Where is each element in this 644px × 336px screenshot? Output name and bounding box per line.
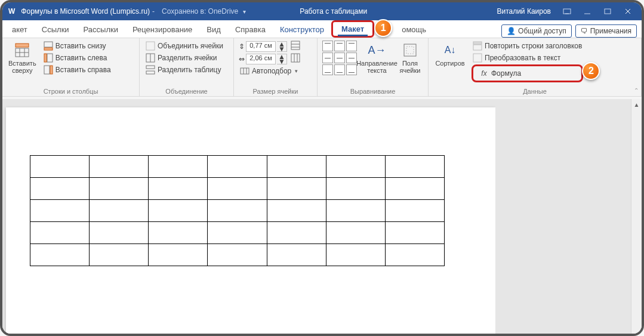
table-cell[interactable] [326, 244, 385, 266]
table-cell[interactable] [90, 222, 149, 244]
text-direction-button[interactable]: A→ Направление текста [362, 41, 392, 75]
cell-margins-icon [402, 42, 418, 58]
split-cells-button[interactable]: Разделить ячейки [144, 53, 224, 63]
table-cell[interactable] [90, 200, 149, 222]
tab-review[interactable]: Рецензирование [125, 21, 199, 38]
table-row[interactable] [30, 178, 445, 200]
height-icon: ⇕ [239, 42, 245, 51]
scroll-up-icon[interactable]: ▲ [634, 101, 640, 108]
tab-mailings[interactable]: Рассылки [76, 21, 125, 38]
align-mid-left[interactable] [322, 53, 333, 63]
save-menu-caret[interactable]: ▾ [243, 8, 246, 15]
row-height-control[interactable]: ⇕ 0,77 см ▲▼ [239, 41, 300, 52]
align-top-right[interactable] [346, 41, 357, 51]
align-mid-center[interactable] [334, 53, 345, 63]
table-cell[interactable] [267, 178, 326, 200]
table-row[interactable] [30, 244, 445, 266]
insert-left-button[interactable]: Вставить слева [42, 53, 112, 63]
col-width-control[interactable]: ⇔ 2,06 см ▲▼ [239, 53, 300, 64]
table-cell[interactable] [326, 178, 385, 200]
group-merge-label: Объединение [144, 87, 229, 95]
user-name[interactable]: Виталий Каиров [497, 7, 551, 16]
width-spinner[interactable]: ▲▼ [277, 54, 287, 64]
tab-links[interactable]: Ссылки [35, 21, 76, 38]
row-height-input[interactable]: 0,77 см [246, 41, 276, 52]
table-cell[interactable] [30, 178, 90, 200]
merge-cells-button[interactable]: Объединить ячейки [144, 41, 224, 51]
table-cell[interactable] [267, 200, 326, 222]
table-cell[interactable] [149, 222, 208, 244]
align-top-center[interactable] [334, 41, 345, 51]
align-mid-right[interactable] [346, 53, 357, 63]
distribute-rows-icon[interactable] [291, 41, 300, 52]
insert-right-button[interactable]: Вставить справа [42, 64, 112, 75]
content-table[interactable] [30, 155, 445, 266]
table-cell[interactable] [208, 244, 267, 266]
saved-location[interactable]: Сохранено в: OneDrive [162, 7, 238, 16]
table-cell[interactable] [385, 222, 444, 244]
align-bot-left[interactable] [322, 64, 333, 75]
formula-button[interactable]: fx Формула [472, 64, 583, 82]
table-cell[interactable] [326, 222, 385, 244]
vertical-scrollbar[interactable]: ▲ [631, 99, 642, 334]
close-icon[interactable] [618, 2, 638, 20]
table-cell[interactable] [208, 222, 267, 244]
table-cell[interactable] [208, 156, 267, 178]
maximize-icon[interactable] [597, 2, 618, 20]
cell-margins-button[interactable]: Поля ячейки [397, 41, 423, 75]
align-bot-right[interactable] [346, 64, 357, 75]
table-cell[interactable] [208, 200, 267, 222]
svg-rect-10 [16, 44, 29, 47]
tab-maket-partial[interactable]: акет [5, 21, 35, 38]
split-table-button[interactable]: Разделить таблицу [144, 64, 224, 75]
tab-help-search-partial[interactable]: омощь [395, 21, 433, 38]
table-cell[interactable] [385, 200, 444, 222]
ribbon-options-icon[interactable] [557, 2, 577, 20]
autofit-icon [240, 66, 249, 76]
table-cell[interactable] [149, 244, 208, 266]
table-cell[interactable] [30, 156, 90, 178]
table-cell[interactable] [267, 156, 326, 178]
insert-above-label: Вставить сверху [8, 60, 36, 74]
table-cell[interactable] [267, 222, 326, 244]
table-cell[interactable] [267, 244, 326, 266]
table-cell[interactable] [30, 244, 90, 266]
minimize-icon[interactable] [577, 2, 597, 20]
height-spinner[interactable]: ▲▼ [277, 41, 287, 52]
table-cell[interactable] [30, 222, 90, 244]
table-cell[interactable] [149, 200, 208, 222]
share-button[interactable]: 👤 Общий доступ [501, 24, 572, 38]
table-cell[interactable] [30, 200, 90, 222]
comments-button[interactable]: 🗨 Примечания [575, 24, 637, 38]
align-bot-center[interactable] [334, 64, 345, 75]
table-row[interactable] [30, 200, 445, 222]
table-cell[interactable] [385, 244, 444, 266]
table-cell[interactable] [90, 244, 149, 266]
table-cell[interactable] [385, 156, 444, 178]
col-width-input[interactable]: 2,06 см [246, 54, 276, 64]
table-row[interactable] [30, 156, 445, 178]
insert-above-button[interactable]: Вставить сверху [7, 41, 38, 75]
autofit-button[interactable]: Автоподбор▾ [239, 66, 300, 76]
collapse-ribbon-icon[interactable]: ⌃ [634, 87, 639, 94]
insert-below-button[interactable]: Вставить снизу [42, 41, 112, 51]
table-cell[interactable] [208, 178, 267, 200]
sort-button[interactable]: A↓ Сортиров [433, 41, 467, 68]
table-cell[interactable] [149, 156, 208, 178]
table-cell[interactable] [326, 200, 385, 222]
convert-text-button[interactable]: Преобразовать в текст [472, 53, 583, 63]
page[interactable] [6, 107, 495, 334]
table-row[interactable] [30, 222, 445, 244]
align-top-left[interactable] [322, 41, 333, 51]
tab-help[interactable]: Справка [228, 21, 273, 38]
tab-constructor[interactable]: Конструктор [273, 21, 331, 38]
table-cell[interactable] [385, 178, 444, 200]
distribute-cols-icon[interactable] [291, 53, 300, 64]
repeat-header-button[interactable]: Повторить строки заголовков [472, 41, 583, 51]
table-cell[interactable] [90, 156, 149, 178]
table-cell[interactable] [326, 156, 385, 178]
tab-layout[interactable]: Макет [331, 20, 374, 38]
tab-view[interactable]: Вид [199, 21, 228, 38]
table-cell[interactable] [149, 178, 208, 200]
table-cell[interactable] [90, 178, 149, 200]
